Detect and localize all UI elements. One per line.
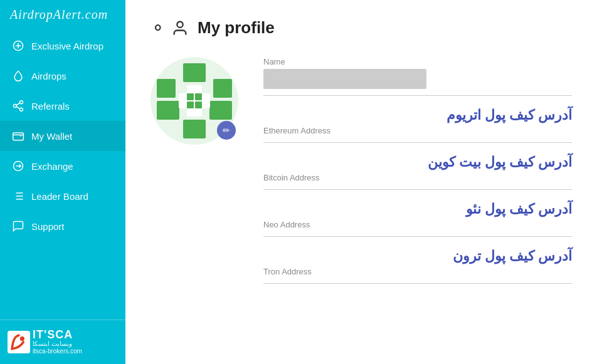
pencil-icon: ✏ [223, 125, 230, 135]
bitcoin-field-group: آدرس کیف پول بیت کوین Bitcoin Address [263, 154, 572, 190]
svg-point-1 [20, 101, 23, 104]
svg-line-4 [16, 107, 20, 108]
svg-rect-23 [183, 120, 206, 138]
main-content: ⚬ My profile [125, 0, 597, 364]
svg-rect-27 [195, 93, 202, 100]
person-icon [171, 19, 189, 37]
name-label: Name [263, 57, 572, 66]
gift-icon [11, 39, 25, 53]
chat-icon [11, 219, 25, 233]
sidebar-item-exchange[interactable]: Exchange [0, 151, 125, 181]
itsca-logo: IT'SCA وبسایت ایتسکا itsca-brokers.com [8, 329, 82, 355]
sidebar-item-label: My Wallet [31, 131, 72, 142]
svg-rect-21 [157, 79, 176, 98]
sidebar-item-label: Airdrops [31, 71, 66, 81]
sidebar-item-label: Referrals [31, 101, 70, 112]
sidebar-item-label: Support [31, 221, 65, 232]
sidebar-item-my-wallet[interactable]: My Wallet [0, 121, 125, 151]
neo-field-group: آدرس کیف پول نئو Neo Address [263, 201, 572, 237]
svg-rect-25 [179, 93, 210, 108]
exchange-icon [11, 159, 25, 173]
svg-rect-20 [209, 101, 232, 120]
neo-title: آدرس کیف پول نئو [263, 201, 572, 217]
sidebar-logo: AirdropAlert.com [0, 0, 125, 31]
svg-rect-18 [183, 63, 206, 82]
sidebar-item-label: Exchange [31, 161, 73, 172]
page-header: ⚬ My profile [151, 18, 572, 38]
sidebar-item-label: Exclusive Airdrop [31, 41, 103, 51]
bitcoin-subtitle: Bitcoin Address [263, 173, 320, 182]
svg-line-5 [16, 103, 20, 105]
svg-rect-19 [157, 101, 179, 120]
itsca-text: IT'SCA وبسایت ایتسکا itsca-brokers.com [33, 329, 82, 355]
name-field-group: Name [263, 57, 572, 96]
ethereum-subtitle: Ethereum Address [263, 126, 330, 135]
profile-content: ✏ Name آدرس کیف پول اتریوم Ethereum Addr… [151, 57, 572, 295]
svg-rect-26 [187, 93, 194, 100]
drop-icon [11, 69, 25, 83]
page-title: My profile [198, 18, 275, 38]
edit-avatar-button[interactable]: ✏ [217, 121, 236, 140]
form-section: Name آدرس کیف پول اتریوم Ethereum Addres… [263, 57, 572, 295]
share-icon [11, 99, 25, 113]
sidebar-item-referrals[interactable]: Referrals [0, 91, 125, 121]
bitcoin-title: آدرس کیف پول بیت کوین [263, 154, 572, 170]
sidebar-footer: IT'SCA وبسایت ایتسکا itsca-brokers.com [0, 320, 125, 364]
sidebar-item-airdrops[interactable]: Airdrops [0, 61, 125, 91]
ethereum-field-group: آدرس کیف پول اتریوم Ethereum Address [263, 107, 572, 143]
neo-subtitle: Neo Address [263, 220, 310, 229]
tron-subtitle: Tron Address [263, 267, 312, 276]
name-input[interactable] [263, 69, 426, 89]
svg-rect-28 [187, 101, 194, 108]
svg-point-15 [20, 336, 24, 341]
wallet-icon [11, 129, 25, 143]
sidebar-item-leader-board[interactable]: Leader Board [0, 181, 125, 211]
tron-title: آدرس کیف پول ترون [263, 248, 572, 264]
itsca-brand-icon [8, 331, 30, 353]
svg-point-2 [14, 105, 17, 108]
itsca-subtitle: وبسایت ایتسکا [33, 340, 72, 348]
svg-rect-22 [213, 79, 232, 98]
sidebar-item-label: Leader Board [31, 191, 88, 202]
sidebar-item-support[interactable]: Support [0, 211, 125, 241]
svg-rect-6 [13, 133, 24, 140]
list-icon [11, 189, 25, 203]
profile-icon: ⚬ [151, 18, 165, 38]
sidebar: AirdropAlert.com Exclusive Airdrop Airdr… [0, 0, 125, 364]
svg-point-3 [20, 108, 23, 111]
svg-rect-29 [195, 101, 202, 108]
tron-field-group: آدرس کیف پول ترون Tron Address [263, 248, 572, 284]
itsca-brand-name: IT'SCA [33, 329, 73, 340]
svg-point-16 [177, 21, 182, 27]
itsca-url: itsca-brokers.com [33, 348, 82, 355]
sidebar-item-exclusive-airdrops[interactable]: Exclusive Airdrop [0, 31, 125, 61]
avatar-section: ✏ [151, 57, 238, 145]
ethereum-title: آدرس کیف پول اتریوم [263, 107, 572, 123]
